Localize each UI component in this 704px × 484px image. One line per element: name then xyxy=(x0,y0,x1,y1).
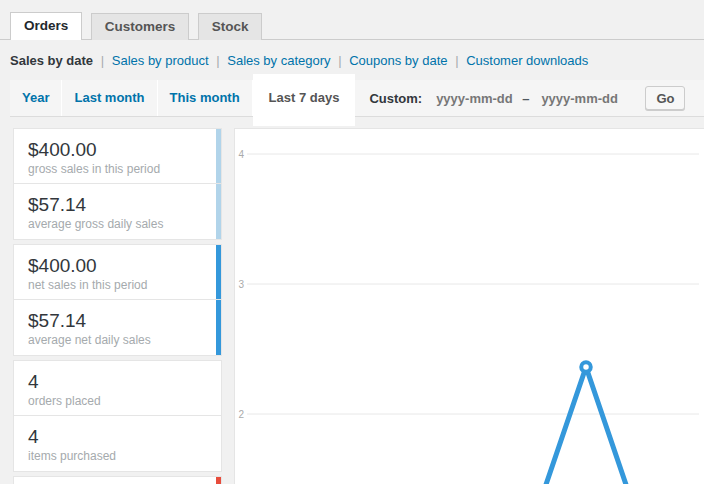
range-last-month[interactable]: Last month xyxy=(62,80,157,116)
svg-text:3: 3 xyxy=(238,279,244,290)
stat-net-sales[interactable]: $400.00 net sales in this period xyxy=(13,244,222,300)
stat-label: net sales in this period xyxy=(28,278,203,293)
stat-orders-placed[interactable]: 4 orders placed xyxy=(13,360,222,416)
stat-amount: $57.14 xyxy=(28,193,203,216)
stat-amount: 4 xyxy=(28,370,203,393)
go-button[interactable]: Go xyxy=(645,86,685,110)
report-subnav: Sales by date | Sales by product | Sales… xyxy=(10,52,704,70)
subnav-separator: | xyxy=(216,53,219,68)
range-year[interactable]: Year xyxy=(10,80,62,116)
stat-label: average net daily sales xyxy=(28,333,203,348)
stat-amount: 4 xyxy=(28,425,203,448)
stat-label: items purchased xyxy=(28,449,203,464)
date-range-bar: YearLast monthThis monthLast 7 days Cust… xyxy=(10,80,704,117)
stat-average-gross-daily-sales[interactable]: $57.14 average gross daily sales xyxy=(13,184,222,240)
date-range-separator: – xyxy=(522,91,529,106)
subnav-sales-by-date[interactable]: Sales by date xyxy=(10,53,93,68)
svg-text:2: 2 xyxy=(238,409,244,420)
tab-stock[interactable]: Stock xyxy=(198,13,263,40)
subnav-separator: | xyxy=(455,53,458,68)
stat-label: orders placed xyxy=(28,394,203,409)
stat-partially-visible[interactable] xyxy=(13,476,222,484)
stat-items-purchased[interactable]: 4 items purchased xyxy=(13,416,222,472)
range-last-7-days[interactable]: Last 7 days xyxy=(253,74,356,126)
custom-range-form: Custom: – Go xyxy=(355,80,685,116)
sales-line-chart: 432 xyxy=(235,129,704,484)
custom-range-from-input[interactable] xyxy=(436,91,518,106)
subnav-separator: | xyxy=(101,53,104,68)
custom-range-to-input[interactable] xyxy=(541,91,623,106)
stat-label: gross sales in this period xyxy=(28,162,203,177)
report-stats-sidebar: $400.00 gross sales in this period $57.1… xyxy=(13,128,222,484)
subnav-customer-downloads[interactable]: Customer downloads xyxy=(466,53,588,68)
tab-orders[interactable]: Orders xyxy=(10,12,82,40)
range-this-month[interactable]: This month xyxy=(158,80,253,116)
subnav-sales-by-product[interactable]: Sales by product xyxy=(112,53,209,68)
stat-amount: $400.00 xyxy=(28,138,203,161)
subnav-coupons-by-date[interactable]: Coupons by date xyxy=(349,53,447,68)
stat-amount: $400.00 xyxy=(28,254,203,277)
stat-label: average gross daily sales xyxy=(28,217,203,232)
stat-average-net-daily-sales[interactable]: $57.14 average net daily sales xyxy=(13,300,222,356)
sales-chart-panel: 432 xyxy=(234,128,704,484)
report-tabs: Orders Customers Stock xyxy=(0,0,704,40)
stat-amount: $57.14 xyxy=(28,309,203,332)
subnav-sales-by-category[interactable]: Sales by category xyxy=(227,53,330,68)
custom-range-label: Custom: xyxy=(369,91,422,106)
tab-customers[interactable]: Customers xyxy=(91,13,190,40)
stat-gross-sales[interactable]: $400.00 gross sales in this period xyxy=(13,128,222,184)
subnav-separator: | xyxy=(338,53,341,68)
svg-text:4: 4 xyxy=(238,149,244,160)
